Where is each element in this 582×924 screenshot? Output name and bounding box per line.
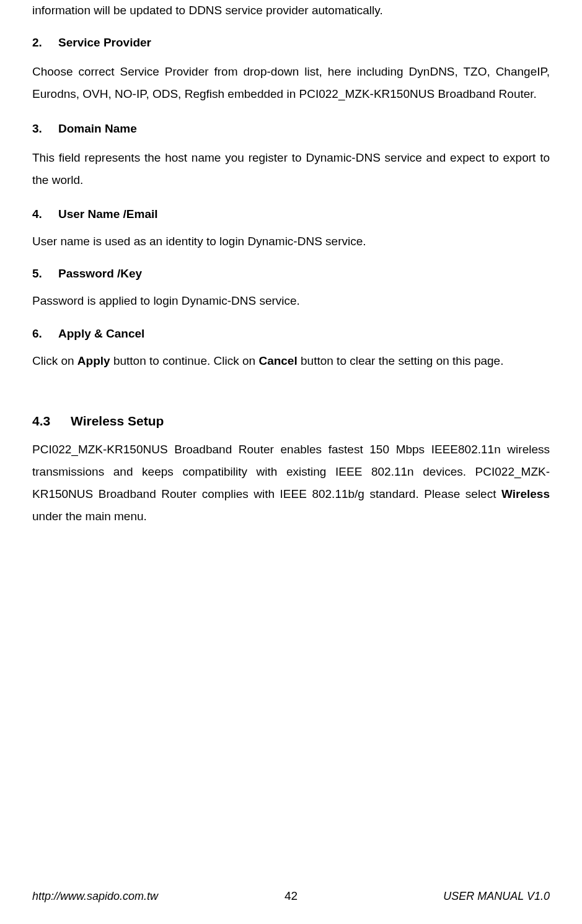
text-segment: under the main menu. — [32, 510, 147, 523]
body-service-provider: Choose correct Service Provider from dro… — [32, 61, 550, 105]
body-apply-cancel: Click on Apply button to continue. Click… — [32, 352, 550, 370]
text-segment: button to clear the setting on this page… — [298, 354, 504, 367]
page-footer: http://www.sapido.com.tw 42 USER MANUAL … — [32, 889, 550, 903]
heading-username-email: 4. User Name /Email — [32, 207, 550, 221]
heading-title: Service Provider — [58, 36, 151, 50]
text-segment: Click on — [32, 354, 77, 367]
chapter-wireless-setup: 4.3 Wireless Setup — [32, 414, 550, 429]
heading-number: 4. — [32, 207, 58, 221]
bold-cancel: Cancel — [258, 354, 297, 367]
heading-apply-cancel: 6. Apply & Cancel — [32, 327, 550, 341]
heading-title: Password /Key — [58, 267, 142, 281]
text-segment: PCI022_MZK-KR150NUS Broadband Router ena… — [32, 443, 550, 500]
heading-title: User Name /Email — [58, 207, 158, 221]
heading-service-provider: 2. Service Provider — [32, 36, 550, 50]
body-wireless-setup: PCI022_MZK-KR150NUS Broadband Router ena… — [32, 438, 550, 528]
heading-domain-name: 3. Domain Name — [32, 122, 550, 136]
body-domain-name: This field represents the host name you … — [32, 147, 550, 191]
bold-wireless: Wireless — [501, 487, 550, 500]
footer-page-number: 42 — [205, 889, 377, 903]
footer-url: http://www.sapido.com.tw — [32, 890, 205, 903]
document-content: information will be updated to DDNS serv… — [32, 0, 550, 528]
heading-number: 5. — [32, 267, 58, 281]
text-segment: button to continue. Click on — [110, 354, 259, 367]
bold-apply: Apply — [77, 354, 110, 367]
heading-number: 3. — [32, 122, 58, 136]
intro-text: information will be updated to DDNS serv… — [32, 1, 550, 20]
footer-manual-version: USER MANUAL V1.0 — [377, 890, 550, 903]
chapter-number: 4.3 — [32, 414, 71, 429]
heading-number: 6. — [32, 327, 58, 341]
chapter-title: Wireless Setup — [71, 414, 164, 429]
heading-number: 2. — [32, 36, 58, 50]
body-password-key: Password is applied to login Dynamic-DNS… — [32, 292, 550, 310]
heading-title: Domain Name — [58, 122, 137, 136]
heading-title: Apply & Cancel — [58, 327, 144, 341]
body-username-email: User name is used as an identity to logi… — [32, 232, 550, 251]
heading-password-key: 5. Password /Key — [32, 267, 550, 281]
